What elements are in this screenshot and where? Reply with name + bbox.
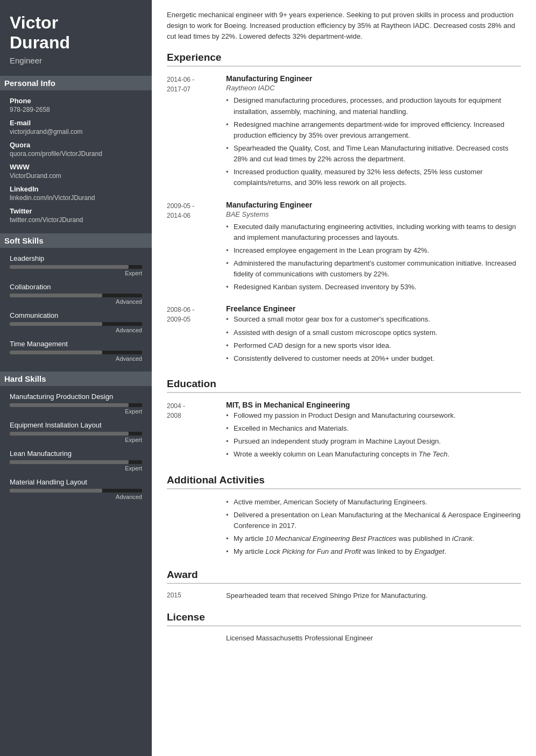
list-item: Wrote a weekly column on Lean Manufactur…: [226, 449, 521, 460]
education-content-0: MIT, BS in Mechanical Engineering Follow…: [226, 401, 521, 462]
skill-bar-material-fill: [10, 489, 102, 493]
list-item: Performed CAD design for a new sports vi…: [226, 340, 521, 351]
education-heading: Education: [167, 378, 521, 393]
soft-skill-leadership: Leadership Expert: [10, 254, 142, 276]
experience-entry-0: 2014-06 -2017-07 Manufacturing Engineer …: [167, 74, 521, 190]
list-item: Executed daily manufacturing engineering…: [226, 222, 521, 243]
experience-content-1: Manufacturing Engineer BAE Systems Execu…: [226, 201, 521, 295]
experience-bullets-0: Designed manufacturing procedures, proce…: [226, 95, 521, 188]
skill-bar-lean-fill: [10, 460, 129, 464]
experience-bullets-1: Executed daily manufacturing engineering…: [226, 222, 521, 293]
license-text: Licensed Massachusetts Professional Engi…: [167, 634, 521, 642]
hard-skill-equipment-installation: Equipment Installation Layout Expert: [10, 421, 142, 443]
activities-heading: Additional Activities: [167, 474, 521, 489]
award-entry: 2015 Spearheaded team that received Shin…: [167, 591, 521, 600]
personal-info-section-title: Personal Info: [0, 76, 152, 90]
contact-quora-value: quora.com/profile/VictorJDurand: [10, 150, 142, 158]
candidate-title: Engineer: [10, 56, 142, 65]
contact-twitter-value: twitter.com/VictorJDurand: [10, 216, 142, 224]
experience-bullets-2: Sourced a small motor gear box for a cus…: [226, 314, 521, 364]
soft-skill-time-management: Time Management Advanced: [10, 340, 142, 362]
list-item: Spearheaded the Quality, Cost, and Time …: [226, 143, 521, 165]
skill-bar-equip-fill: [10, 432, 129, 436]
list-item: Delivered a presentation on Lean Manufac…: [226, 510, 521, 531]
experience-title-2: Freelance Engineer: [226, 304, 521, 313]
award-text: Spearheaded team that received Shingo Pr…: [226, 591, 521, 600]
experience-date-1: 2009-05 -2014-06: [167, 201, 226, 295]
contact-quora-label: Quora: [10, 141, 142, 149]
contact-email-label: E-mail: [10, 119, 142, 127]
contact-list: Phone 978-289-2658 E-mail victorjdurand@…: [10, 97, 142, 224]
candidate-name: VictorDurand: [10, 13, 142, 53]
license-heading: License: [167, 611, 521, 626]
contact-linkedin-label: LinkedIn: [10, 185, 142, 193]
award-heading: Award: [167, 569, 521, 584]
list-item: Redesigned Kanban system. Decreased inve…: [226, 282, 521, 293]
list-item: Increased employee engagement in the Lea…: [226, 245, 521, 256]
contact-twitter-label: Twitter: [10, 207, 142, 215]
skill-bar-leadership-fill: [10, 265, 129, 269]
education-title-0: MIT, BS in Mechanical Engineering: [226, 401, 521, 409]
experience-content-2: Freelance Engineer Sourced a small motor…: [226, 304, 521, 366]
list-item: Administered the manufacturing departmen…: [226, 258, 521, 280]
experience-heading: Experience: [167, 52, 521, 67]
contact-phone-value: 978-289-2658: [10, 106, 142, 113]
skill-bar-collaboration-fill: [10, 294, 102, 297]
list-item: Excelled in Mechanics and Materials.: [226, 423, 521, 434]
sidebar: VictorDurand Engineer Personal Info Phon…: [0, 0, 152, 756]
license-section: License Licensed Massachusetts Professio…: [167, 611, 521, 642]
summary: Energetic mechanical engineer with 9+ ye…: [167, 10, 521, 42]
skill-bar-communication-fill: [10, 322, 102, 326]
skill-bar-mfg-prod-fill: [10, 403, 129, 407]
hard-skills-section-title: Hard Skills: [0, 372, 152, 386]
list-item: Followed my passion in Product Design an…: [226, 410, 521, 421]
contact-linkedin-value: linkedin.com/in/VictorJDurand: [10, 194, 142, 202]
contact-phone-label: Phone: [10, 97, 142, 105]
list-item: My article Lock Picking for Fun and Prof…: [226, 546, 521, 557]
skill-bar-communication-bg: [10, 322, 142, 326]
list-item: Active member, American Society of Manuf…: [226, 497, 521, 508]
main-content: Energetic mechanical engineer with 9+ ye…: [152, 0, 536, 756]
experience-section: Experience 2014-06 -2017-07 Manufacturin…: [167, 52, 521, 366]
soft-skills-section-title: Soft Skills: [0, 233, 152, 248]
list-item: Pursued an independent study program in …: [226, 436, 521, 447]
education-entry-0: 2004 -2008 MIT, BS in Mechanical Enginee…: [167, 401, 521, 462]
education-bullets-0: Followed my passion in Product Design an…: [226, 410, 521, 460]
experience-title-1: Manufacturing Engineer: [226, 201, 521, 209]
activities-bullets: Active member, American Society of Manuf…: [226, 497, 521, 558]
contact-email-value: victorjdurand@gmail.com: [10, 128, 142, 135]
award-section: Award 2015 Spearheaded team that receive…: [167, 569, 521, 600]
skill-bar-equip-bg: [10, 432, 142, 436]
experience-content-0: Manufacturing Engineer Raytheon IADC Des…: [226, 74, 521, 190]
skill-bar-lean-bg: [10, 460, 142, 464]
experience-date-2: 2008-06 -2009-05: [167, 304, 226, 366]
experience-company-0: Raytheon IADC: [226, 84, 521, 92]
hard-skill-material-handling: Material Handling Layout Advanced: [10, 478, 142, 500]
contact-www-label: WWW: [10, 163, 142, 171]
list-item: Assisted with design of a small custom m…: [226, 327, 521, 338]
list-item: My article 10 Mechanical Engineering Bes…: [226, 533, 521, 544]
hard-skill-lean-manufacturing: Lean Manufacturing Expert: [10, 450, 142, 472]
skill-bar-leadership-bg: [10, 265, 142, 269]
experience-title-0: Manufacturing Engineer: [226, 74, 521, 83]
skill-bar-time-management-fill: [10, 351, 102, 354]
experience-entry-1: 2009-05 -2014-06 Manufacturing Engineer …: [167, 201, 521, 295]
experience-date-0: 2014-06 -2017-07: [167, 74, 226, 190]
list-item: Sourced a small motor gear box for a cus…: [226, 314, 521, 325]
list-item: Designed manufacturing procedures, proce…: [226, 95, 521, 117]
list-item: Consistently delivered to customer needs…: [226, 353, 521, 364]
skill-bar-collaboration-bg: [10, 294, 142, 297]
list-item: Increased production quality, measured b…: [226, 167, 521, 188]
skill-bar-mfg-prod-bg: [10, 403, 142, 407]
experience-company-1: BAE Systems: [226, 210, 521, 218]
experience-entry-2: 2008-06 -2009-05 Freelance Engineer Sour…: [167, 304, 521, 366]
skill-bar-time-management-bg: [10, 351, 142, 354]
list-item: Redesigned machine arrangements departme…: [226, 119, 521, 141]
soft-skill-communication: Communication Advanced: [10, 311, 142, 333]
education-section: Education 2004 -2008 MIT, BS in Mechanic…: [167, 378, 521, 462]
hard-skill-manufacturing-production: Manufacturing Production Design Expert: [10, 393, 142, 415]
skill-bar-material-bg: [10, 489, 142, 493]
contact-www-value: VictorDurand.com: [10, 172, 142, 180]
education-date-0: 2004 -2008: [167, 401, 226, 462]
soft-skill-collaboration: Collaboration Advanced: [10, 283, 142, 305]
